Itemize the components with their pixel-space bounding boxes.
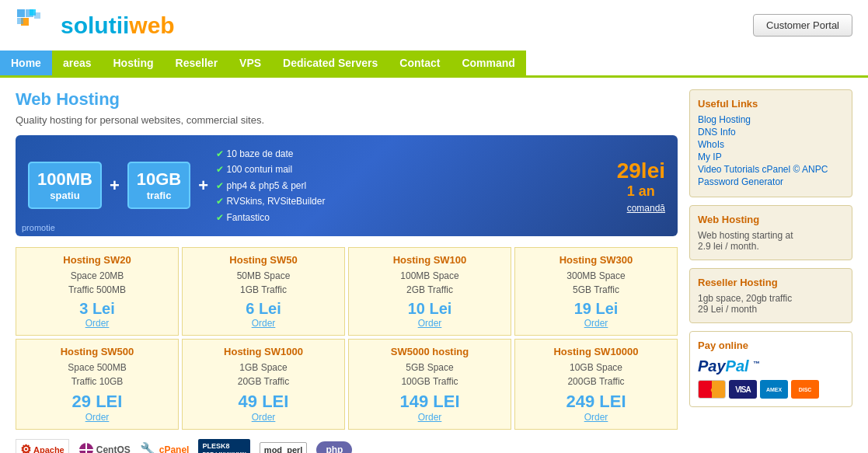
sidebar-web-hosting-title: Web Hosting (698, 214, 844, 225)
promo-space-amount: 100MB (37, 169, 92, 190)
promo-traffic-label: trafic (137, 190, 181, 201)
plan-sw1000-name: Hosting SW1000 (189, 346, 338, 357)
promo-box-space: 100MB spatiu (28, 162, 102, 209)
plan-sw50-name: Hosting SW50 (189, 254, 338, 266)
plan-sw300: Hosting SW300 300MB Space5GB Traffic 19 … (514, 247, 678, 336)
nav-home[interactable]: Home (0, 51, 52, 75)
mastercard-icon: ● ● (698, 380, 726, 399)
plan-sw500: Hosting SW500 Space 500MBTraffic 10GB 29… (16, 339, 179, 430)
plan-sw20-name: Hosting SW20 (23, 254, 172, 266)
plan-sw500-name: Hosting SW500 (23, 346, 172, 357)
sidebar: Useful Links Blog Hosting DNS Info WhoIs… (689, 89, 852, 453)
page-title: Web Hosting (16, 89, 678, 110)
promo-banner: 100MB spatiu + 10GB trafic + ✔ 10 baze d… (16, 135, 678, 236)
page-subtitle: Quality hosting for personal websites, c… (16, 114, 678, 126)
promo-period: 1 an (617, 183, 665, 200)
plan-sw10000-order[interactable]: Order (521, 412, 671, 423)
nav-hosting[interactable]: Hosting (103, 51, 165, 75)
promo-plus-2: + (198, 176, 208, 196)
logo: solutiiweb (16, 8, 175, 43)
nav-areas[interactable]: areas (52, 51, 103, 75)
promo-feature-2: ✔ 100 conturi mail (216, 162, 609, 177)
sidebar-pay-online: Pay online PayPal ™ ● ● VISA AMEX DISC (689, 331, 852, 407)
apache-icon: ⚙ Apache (16, 439, 69, 453)
sidebar-link-my-ip[interactable]: My IP (698, 152, 844, 162)
plan-sw50: Hosting SW50 50MB Space1GB Traffic 6 Lei… (182, 247, 345, 336)
plan-sw100: Hosting SW100 100MB Space2GB Traffic 10 … (348, 247, 511, 336)
plan-sw100-detail: 100MB Space2GB Traffic (355, 269, 504, 297)
nav-contact[interactable]: Contact (389, 51, 451, 75)
plan-sw1000-order[interactable]: Order (189, 412, 338, 423)
nav-dedicated-servers[interactable]: Dedicated Servers (272, 51, 389, 75)
promo-space-label: spatiu (37, 190, 92, 201)
promo-box-traffic: 10GB trafic (127, 162, 190, 209)
tech-icons-row: ⚙ Apache CentOS 🔧 cPanel PLESK8FOR LINUX… (16, 439, 678, 453)
plan-sw20: Hosting SW20 Space 20MBTraffic 500MB 3 L… (16, 247, 179, 336)
sidebar-link-password-generator[interactable]: Password Generator (698, 176, 844, 187)
promo-traffic-amount: 10GB (137, 169, 181, 190)
nav-reseller[interactable]: Reseller (165, 51, 228, 75)
sidebar-link-dns-info[interactable]: DNS Info (698, 127, 844, 138)
promo-feature-4: ✔ RVSkins, RVSiteBuilder (216, 193, 609, 209)
promo-order-link[interactable]: comandă (617, 203, 665, 214)
plan-sw5000: SW5000 hosting 5GB Space100GB Traffic 14… (348, 339, 511, 430)
svg-rect-0 (17, 9, 25, 17)
plan-sw500-order[interactable]: Order (23, 412, 172, 423)
content-area: Web Hosting Quality hosting for personal… (16, 89, 678, 453)
sidebar-link-blog-hosting[interactable]: Blog Hosting (698, 114, 844, 125)
sidebar-reseller-hosting: Reseller Hosting 1gb space, 20gb traffic… (689, 268, 852, 323)
svg-rect-5 (34, 12, 40, 19)
useful-links-title: Useful Links (698, 98, 844, 110)
plan-sw20-detail: Space 20MBTraffic 500MB (23, 269, 172, 297)
customer-portal-button[interactable]: Customer Portal (753, 14, 852, 37)
plan-sw50-price: 6 Lei (189, 300, 338, 318)
plan-sw1000-detail: 1GB Space20GB Traffic (189, 361, 338, 389)
plan-sw5000-name: SW5000 hosting (355, 346, 504, 357)
plan-sw1000-price: 49 LEI (189, 392, 338, 412)
header: solutiiweb Customer Portal (0, 0, 868, 51)
logo-text: solutiiweb (61, 12, 175, 39)
plesk-icon: PLESK8FOR LINUX/UNIX (198, 439, 249, 453)
plan-sw10000: Hosting SW10000 10GB Space200GB Traffic … (514, 339, 678, 430)
plan-sw10000-name: Hosting SW10000 (521, 346, 671, 357)
sidebar-link-whois[interactable]: WhoIs (698, 139, 844, 150)
plan-sw500-detail: Space 500MBTraffic 10GB (23, 361, 172, 389)
sidebar-reseller-title: Reseller Hosting (698, 277, 844, 288)
plan-sw100-name: Hosting SW100 (355, 254, 504, 266)
nav-vps[interactable]: VPS (228, 51, 272, 75)
plan-sw20-order[interactable]: Order (23, 318, 172, 329)
promo-feature-3: ✔ php4 & php5 & perl (216, 178, 609, 193)
sidebar-web-hosting: Web Hosting Web hosting starting at 2.9 … (689, 205, 852, 260)
sidebar-reseller-desc: 1gb space, 20gb traffic 29 Lei / month (698, 293, 844, 315)
sidebar-web-hosting-desc: Web hosting starting at 2.9 lei / month. (698, 230, 844, 252)
plan-sw500-price: 29 LEI (23, 392, 172, 412)
discover-icon: DISC (791, 380, 819, 399)
plan-sw1000: Hosting SW1000 1GB Space20GB Traffic 49 … (182, 339, 345, 430)
visa-icon: VISA (729, 380, 757, 399)
pay-online-title: Pay online (698, 340, 844, 351)
plan-sw300-order[interactable]: Order (521, 318, 671, 329)
plan-sw10000-price: 249 LEI (521, 392, 671, 412)
promo-plus-1: + (110, 176, 120, 196)
sidebar-link-video-tutorials[interactable]: Video Tutorials cPanel © ANPC (698, 164, 844, 175)
sidebar-useful-links: Useful Links Blog Hosting DNS Info WhoIs… (689, 89, 852, 197)
plan-sw300-name: Hosting SW300 (521, 254, 671, 266)
logo-icon (16, 8, 54, 43)
cpanel-icon: 🔧 cPanel (140, 441, 190, 453)
plan-sw5000-detail: 5GB Space100GB Traffic (355, 361, 504, 389)
plan-sw50-detail: 50MB Space1GB Traffic (189, 269, 338, 297)
amex-icon: AMEX (760, 380, 788, 399)
paypal-logo: PayPal ™ (698, 357, 844, 375)
navigation: Home areas Hosting Reseller VPS Dedicate… (0, 51, 868, 78)
promo-feature-5: ✔ Fantastico (216, 210, 609, 225)
php-icon: php (316, 441, 352, 453)
plan-sw100-order[interactable]: Order (355, 318, 504, 329)
card-icons: ● ● VISA AMEX DISC (698, 380, 844, 399)
promo-feature-1: ✔ 10 baze de date (216, 146, 609, 162)
nav-command[interactable]: Command (451, 51, 525, 75)
plan-sw50-order[interactable]: Order (189, 318, 338, 329)
plan-sw300-detail: 300MB Space5GB Traffic (521, 269, 671, 297)
plan-sw5000-order[interactable]: Order (355, 412, 504, 423)
plan-sw10000-detail: 10GB Space200GB Traffic (521, 361, 671, 389)
promo-price-block: 29lei 1 an comandă (617, 158, 665, 214)
